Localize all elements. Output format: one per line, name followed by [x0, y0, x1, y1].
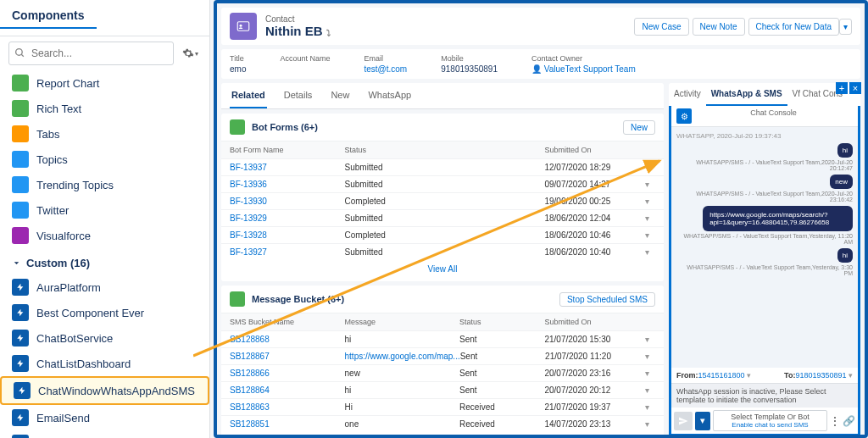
table-row: BF-13927Submitted18/06/2020 10:40▾ [221, 243, 664, 260]
cell: Submitted [345, 163, 460, 172]
custom-component-item[interactable]: ChatWindowWhatsAppAndSMS [0, 376, 209, 405]
table-row: BF-13936Submitted09/07/2020 14:27▾ [221, 175, 664, 192]
component-item[interactable]: Tabs [0, 121, 209, 147]
view-all-link[interactable]: View All [221, 432, 664, 436]
field-value[interactable]: test@t.com [364, 64, 407, 74]
highlight-field: Titleemo [230, 54, 246, 74]
message-meta: WHATSAPP/SMS - / - ValueText Support Tea… [676, 159, 853, 171]
chat-bubble-out: https://www.google.com/maps/search/?api=… [703, 206, 853, 231]
lightning-icon [12, 435, 29, 438]
card-action-button[interactable]: Stop Scheduled SMS [559, 292, 655, 307]
from-number[interactable]: 15415161800 [698, 371, 745, 380]
field-value: emo [230, 64, 246, 74]
cell[interactable]: SB128864 [230, 385, 345, 395]
component-label: Trending Topics [36, 179, 114, 191]
custom-component-item[interactable]: ChatListDashboard [0, 351, 209, 376]
cell: Sent [459, 335, 544, 344]
svg-point-3 [240, 25, 242, 27]
record-tab[interactable]: Related [230, 83, 267, 108]
component-item[interactable]: Report Chart [0, 70, 209, 96]
related-list-card: Message Bucket (6+)Stop Scheduled SMSSMS… [221, 286, 664, 436]
component-item[interactable]: Visualforce [0, 223, 209, 248]
component-item[interactable]: Rich Text [0, 96, 209, 121]
row-menu-button[interactable]: ▾ [645, 163, 655, 172]
row-menu-button[interactable]: ▾ [645, 335, 655, 344]
header-action-button[interactable]: New Note [693, 18, 745, 36]
component-item[interactable]: Topics [0, 147, 209, 172]
send-options-button[interactable]: ▾ [695, 412, 710, 430]
cell[interactable]: SB128868 [230, 335, 345, 344]
custom-section-header[interactable]: Custom (16) [0, 248, 209, 274]
cell: one [345, 419, 460, 429]
custom-component-item[interactable]: AuraPlatform [0, 274, 209, 300]
svg-line-1 [21, 54, 24, 57]
custom-component-item[interactable]: MobileAppLicense [0, 430, 209, 438]
column-header: Submitted On [544, 318, 655, 326]
cell[interactable]: https://www.google.com/map... [345, 352, 460, 361]
component-label: Visualforce [36, 230, 91, 242]
chevron-down-icon [12, 258, 21, 268]
cell[interactable]: BF-13930 [230, 197, 345, 206]
row-menu-button[interactable]: ▾ [645, 213, 655, 223]
cell: Submitted [345, 180, 460, 189]
close-tab-button[interactable]: × [849, 82, 861, 94]
cell[interactable]: SB128866 [230, 369, 345, 378]
cell[interactable]: BF-13928 [230, 230, 345, 240]
column-header: Status [345, 146, 460, 154]
template-select[interactable]: Select Template Or Bot Enable chat to se… [713, 410, 827, 431]
cell[interactable]: BF-13937 [230, 163, 345, 172]
send-button[interactable] [674, 412, 693, 430]
row-menu-button[interactable]: ▾ [645, 197, 655, 206]
component-item[interactable]: Trending Topics [0, 172, 209, 197]
component-icon [12, 75, 29, 91]
attachment-button[interactable]: 🔗 [843, 415, 855, 427]
cell[interactable]: SB128851 [230, 419, 345, 429]
component-label: ChatWindowWhatsAppAndSMS [38, 385, 195, 397]
header-action-button[interactable]: New Case [634, 18, 688, 36]
cell[interactable]: BF-13936 [230, 180, 345, 189]
hierarchy-icon[interactable]: ⤵ [326, 28, 331, 37]
row-menu-button[interactable]: ▾ [645, 352, 655, 361]
record-tab[interactable]: WhatsApp [366, 83, 413, 108]
cell[interactable]: BF-13929 [230, 213, 345, 223]
chat-settings-button[interactable]: ⚙ [676, 108, 692, 124]
component-icon [12, 176, 29, 193]
custom-component-item[interactable]: Best Component Ever [0, 300, 209, 325]
right-tab[interactable]: Activity [669, 83, 706, 106]
row-menu-button[interactable]: ▾ [645, 385, 655, 395]
field-value[interactable]: 👤 ValueText Support Team [531, 64, 636, 74]
record-tab[interactable]: New [329, 83, 351, 108]
cell[interactable]: BF-13927 [230, 247, 345, 257]
row-menu-button[interactable]: ▾ [645, 230, 655, 240]
cell: Submitted [345, 213, 460, 223]
session-notice: WhatsApp session is inactive, Please Sel… [671, 383, 858, 408]
add-tab-button[interactable]: + [836, 82, 848, 94]
custom-component-item[interactable]: ChatBotService [0, 325, 209, 351]
row-menu-button[interactable]: ▾ [645, 402, 655, 412]
search-input[interactable] [8, 42, 174, 65]
cell[interactable]: SB128867 [230, 352, 345, 361]
search-icon [14, 47, 25, 58]
header-overflow-button[interactable]: ▾ [839, 19, 852, 35]
view-all-link[interactable]: View All [221, 260, 664, 278]
row-menu-button[interactable]: ▾ [645, 369, 655, 378]
table-row: SB128863HiReceived21/07/2020 19:37▾ [221, 398, 664, 415]
row-menu-button[interactable]: ▾ [645, 180, 655, 189]
component-icon [12, 151, 29, 168]
record-tab[interactable]: Details [282, 83, 314, 108]
svg-point-0 [16, 49, 23, 56]
card-action-button[interactable]: New [623, 120, 655, 135]
cell: 12/07/2020 18:29 [544, 163, 645, 172]
cell[interactable]: SB128863 [230, 402, 345, 412]
table-row: BF-13928Completed18/06/2020 10:46▾ [221, 226, 664, 243]
template-menu-icon[interactable]: ⋮ [830, 415, 840, 427]
row-menu-button[interactable]: ▾ [645, 419, 655, 429]
column-header [459, 146, 544, 154]
header-action-button[interactable]: Check for New Data [748, 18, 839, 36]
component-item[interactable]: Twitter [0, 197, 209, 223]
to-number[interactable]: 918019350891 [795, 371, 846, 380]
row-menu-button[interactable]: ▾ [645, 247, 655, 257]
settings-gear-button[interactable]: ▾ [179, 42, 201, 64]
right-tab[interactable]: WhatsApp & SMS [706, 83, 787, 106]
custom-component-item[interactable]: EmailSend [0, 405, 209, 430]
